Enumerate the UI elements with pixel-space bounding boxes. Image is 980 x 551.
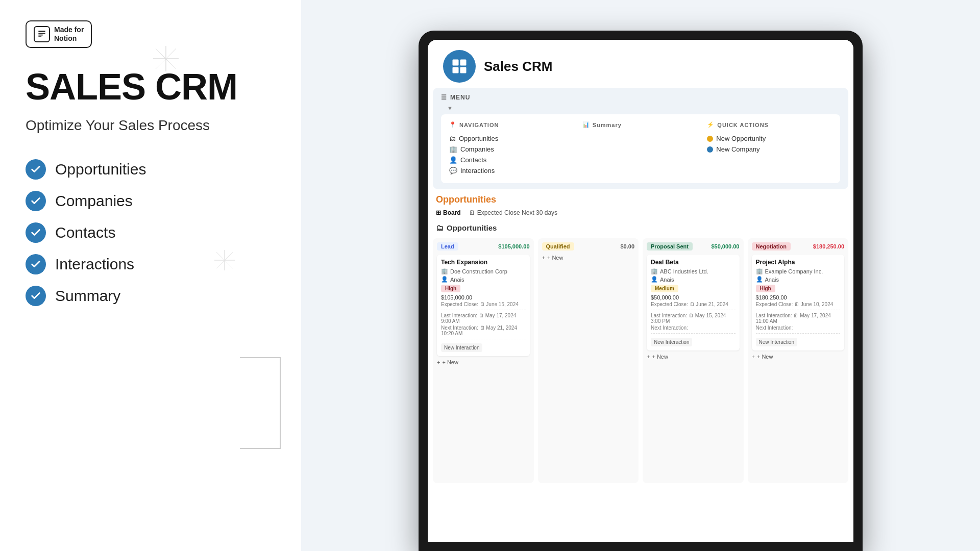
- nav-item-interactions[interactable]: 💬 Interactions: [449, 165, 574, 176]
- company-icon-proposal: 🏢: [651, 268, 658, 274]
- svg-rect-9: [460, 60, 467, 66]
- section-title: Opportunities: [433, 194, 848, 205]
- card-divider-2: [441, 339, 526, 339]
- check-icon-companies: [26, 191, 46, 211]
- col-label-negotiation: Negotiation: [752, 242, 791, 251]
- kanban-col-proposal: Proposal Sent $50,000.00 Deal Beta 🏢 ABC…: [643, 238, 744, 483]
- nav-item-opportunities[interactable]: 🗂 Opportunities: [449, 133, 574, 144]
- notion-icon: [34, 26, 50, 42]
- svg-rect-11: [460, 67, 467, 73]
- card-date-deal-beta: Expected Close: 🗓 June 21, 2024: [651, 302, 736, 307]
- check-icon-interactions: [26, 254, 46, 274]
- card-company-deal-beta: 🏢 ABC Industries Ltd.: [651, 268, 736, 274]
- nav-contacts-icon: 👤: [449, 156, 457, 164]
- tab-calendar[interactable]: 🗓 Expected Close Next 30 days: [469, 209, 557, 216]
- add-new-lead[interactable]: + + New: [437, 359, 530, 365]
- nav-column: 📍 NAVIGATION 🗂 Opportunities 🏢 Companies: [449, 121, 574, 176]
- feature-item-interactions: Interactions: [26, 254, 276, 274]
- check-icon-contacts: [26, 222, 46, 243]
- kanban-card-deal-beta[interactable]: Deal Beta 🏢 ABC Industries Ltd. 👤 Anais …: [647, 255, 740, 350]
- col-label-lead: Lead: [437, 242, 458, 251]
- card-date-tech-expansion: Expected Close: 🗓 June 15, 2024: [441, 302, 526, 307]
- quick-actions-column: ⚡ QUICK ACTIONS New Opportunity New Comp…: [707, 121, 832, 176]
- card-amount-tech-expansion: $105,000.00: [441, 294, 526, 300]
- tablet-mockup: Sales CRM ☰ MENU ▼ 📍 NAVIGATION: [419, 31, 863, 551]
- card-amount-project-alpha: $180,250.00: [756, 294, 841, 300]
- card-person-tech-expansion: 👤 Anais: [441, 276, 526, 283]
- card-company-project-alpha: 🏢 Example Company Inc.: [756, 268, 841, 274]
- card-next-interaction-tech: Next Interaction: 🗓 May 21, 2024 10:20 A…: [441, 325, 526, 336]
- company-icon-negotiation: 🏢: [756, 268, 763, 274]
- add-new-proposal[interactable]: + + New: [647, 354, 740, 360]
- add-icon-proposal: +: [647, 354, 650, 360]
- badge-medium-deal-beta: Medium: [651, 285, 678, 292]
- nav-interactions-icon: 💬: [449, 167, 457, 174]
- add-icon: +: [437, 359, 440, 365]
- kanban-card-project-alpha[interactable]: Project Alpha 🏢 Example Company Inc. 👤 A…: [752, 255, 845, 350]
- right-panel: Sales CRM ☰ MENU ▼ 📍 NAVIGATION: [301, 0, 980, 551]
- app-header: Sales CRM: [428, 40, 853, 88]
- svg-rect-8: [453, 60, 459, 66]
- bracket-decoration: [240, 357, 281, 449]
- feature-list: Opportunities Companies Contacts: [26, 159, 276, 306]
- board-header: 🗂 Opportunities: [433, 220, 848, 235]
- decorative-star-top: [153, 46, 179, 71]
- card-divider: [441, 310, 526, 310]
- calendar-icon: 🗓: [469, 209, 475, 216]
- card-new-interaction-tech[interactable]: New Interaction: [441, 343, 482, 352]
- menu-label: ☰ MENU: [441, 94, 840, 101]
- person-icon: 👤: [441, 276, 448, 283]
- nav-item-companies[interactable]: 🏢 Companies: [449, 144, 574, 155]
- card-new-interaction-proposal[interactable]: New Interaction: [651, 338, 692, 346]
- card-next-interaction-proposal: Next Interaction:: [651, 325, 736, 331]
- card-divider-negotiation-2: [756, 333, 841, 334]
- add-icon-negotiation: +: [752, 354, 755, 360]
- kanban-board: Lead $105,000.00 Tech Expansion 🏢 Doe Co…: [433, 238, 848, 483]
- person-icon-proposal: 👤: [651, 276, 658, 283]
- feature-label-contacts: Contacts: [55, 224, 115, 241]
- notion-badge-text: Made for Notion: [54, 26, 84, 43]
- tablet-screen: Sales CRM ☰ MENU ▼ 📍 NAVIGATION: [428, 40, 853, 542]
- col-label-qualified: Qualified: [542, 242, 574, 251]
- left-panel: Made for Notion SALES CRM Optimize Your …: [0, 0, 301, 551]
- badge-high-tech-expansion: High: [441, 285, 460, 292]
- quick-action-new-company[interactable]: New Company: [707, 144, 832, 155]
- qa-dot-blue: [707, 146, 713, 153]
- card-title-project-alpha: Project Alpha: [756, 259, 841, 266]
- add-new-negotiation[interactable]: + + New: [752, 354, 845, 360]
- feature-item-opportunities: Opportunities: [26, 159, 276, 180]
- card-new-interaction-negotiation[interactable]: New Interaction: [756, 338, 797, 346]
- col-amount-negotiation: $180,250.00: [813, 243, 844, 249]
- col-amount-proposal: $50,000.00: [711, 243, 739, 249]
- kanban-col-header-negotiation: Negotiation $180,250.00: [752, 242, 845, 251]
- nav-column-title: 📍 NAVIGATION: [449, 121, 574, 128]
- card-title-deal-beta: Deal Beta: [651, 259, 736, 266]
- quick-action-new-opportunity[interactable]: New Opportunity: [707, 133, 832, 144]
- feature-item-companies: Companies: [26, 191, 276, 211]
- card-company-tech-expansion: 🏢 Doe Construction Corp: [441, 268, 526, 274]
- add-icon-qualified: +: [542, 255, 545, 261]
- col-amount-lead: $105,000.00: [498, 243, 529, 249]
- svg-rect-10: [453, 67, 459, 73]
- feature-label-interactions: Interactions: [55, 256, 134, 273]
- quick-actions-title: ⚡ QUICK ACTIONS: [707, 121, 832, 128]
- qa-dot-yellow: [707, 136, 713, 142]
- card-divider-proposal: [651, 310, 736, 310]
- kanban-col-header-qualified: Qualified $0.00: [542, 242, 635, 251]
- col-amount-qualified: $0.00: [620, 243, 634, 249]
- badge-high-project-alpha: High: [756, 285, 775, 292]
- kanban-col-lead: Lead $105,000.00 Tech Expansion 🏢 Doe Co…: [433, 238, 534, 483]
- kanban-card-tech-expansion[interactable]: Tech Expansion 🏢 Doe Construction Corp 👤…: [437, 255, 530, 356]
- tab-board[interactable]: ⊞ Board: [436, 209, 461, 216]
- feature-item-summary: Summary: [26, 286, 276, 306]
- kanban-col-negotiation: Negotiation $180,250.00 Project Alpha 🏢 …: [748, 238, 849, 483]
- card-date-project-alpha: Expected Close: 🗓 June 10, 2024: [756, 302, 841, 307]
- add-new-qualified[interactable]: + + New: [542, 255, 635, 261]
- check-icon-summary: [26, 286, 46, 306]
- board-icon: ⊞: [436, 209, 441, 216]
- card-last-interaction-tech: Last Interaction: 🗓 May 17, 2024 9:00 AM: [441, 313, 526, 324]
- nav-companies-icon: 🏢: [449, 145, 457, 153]
- nav-item-contacts[interactable]: 👤 Contacts: [449, 155, 574, 165]
- feature-label-summary: Summary: [55, 287, 120, 305]
- card-divider-negotiation: [756, 310, 841, 310]
